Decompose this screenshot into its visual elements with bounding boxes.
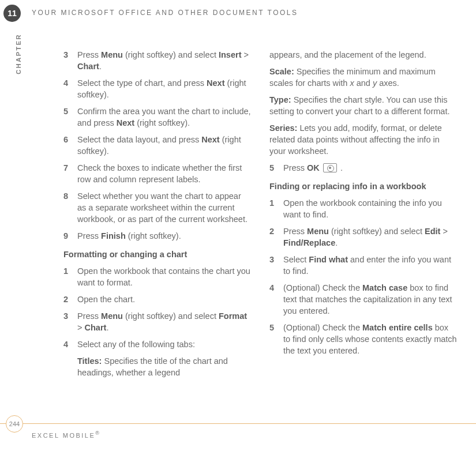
step-item: 1 Open the workbook that contains the ch… [63,265,251,288]
tab-description: Titles: Specifies the title of the chart… [77,355,251,378]
step-item: 4 (Optional) Check the Match case box to… [269,282,457,317]
step-number: 3 [63,310,77,333]
tab-description: Series: Lets you add, modify, format, or… [269,122,457,157]
step-number: 2 [63,294,77,305]
page-footer: 244 EXCEL MOBILE® [0,423,476,443]
step-text: Press Finish (right softkey). [77,230,251,242]
step-item: 3 Select Find what and enter the info yo… [269,254,457,277]
step-number: 1 [63,265,77,288]
step-text: Press OK . [283,162,457,174]
step-text: Select whether you want the chart to app… [77,190,251,225]
step-number: 3 [63,49,77,72]
step-text: Press Menu (right softkey) and select Ed… [283,226,457,249]
step-item: 9 Press Finish (right softkey). [63,230,251,242]
step-number: 6 [63,134,77,157]
step-text: Select any of the following tabs: [77,339,251,350]
step-number: 5 [269,322,283,356]
header-title: YOUR MICROSOFT OFFICE AND OTHER DOCUMENT… [32,9,298,17]
step-number: 9 [63,230,77,242]
step-item: 5 Press OK . [269,162,457,174]
ok-button-icon [323,163,337,172]
step-text: (Optional) Check the Match case box to f… [283,282,457,317]
step-text: Select Find what and enter the info you … [283,254,457,277]
step-item: 1 Open the workbook containing the info … [269,197,457,220]
step-number: 5 [269,162,283,174]
step-number: 3 [269,254,283,277]
step-item: 3 Press Menu (right softkey) and select … [63,310,251,333]
step-number: 8 [63,190,77,225]
page-header: 11 YOUR MICROSOFT OFFICE AND OTHER DOCUM… [0,5,476,22]
step-number: 2 [269,226,283,249]
step-item: 8 Select whether you want the chart to a… [63,190,251,225]
page-number-badge: 244 [6,415,23,433]
chapter-vertical-label: CHAPTER [15,33,22,74]
step-item: 4 Select any of the following tabs: [63,339,251,350]
step-text: Select the type of chart, and press Next… [77,77,251,100]
step-text: Select the data layout, and press Next (… [77,134,251,157]
step-text: Open the chart. [77,294,251,305]
step-text: (Optional) Check the Match entire cells … [283,322,457,356]
step-number: 1 [269,197,283,220]
section-heading: Finding or replacing info in a workbook [269,181,457,192]
step-number: 5 [63,106,77,129]
footer-divider [0,423,476,424]
footer-title: EXCEL MOBILE® [32,430,101,439]
step-item: 7 Check the boxes to indicate whether th… [63,162,251,185]
step-item: 5 (Optional) Check the Match entire cell… [269,322,457,356]
step-item: 2 Press Menu (right softkey) and select … [269,226,457,249]
step-text: Open the workbook that contains the char… [77,265,251,288]
step-text: Check the boxes to indicate whether the … [77,162,251,185]
step-text: Confirm the area you want the chart to i… [77,106,251,129]
step-number: 7 [63,162,77,185]
chapter-number-badge: 11 [3,5,21,22]
step-number: 4 [269,282,283,317]
step-text: Press Menu (right softkey) and select In… [77,49,251,72]
left-column: 3 Press Menu (right softkey) and select … [63,49,251,384]
tab-description-continued: appears, and the placement of the legend… [269,49,457,61]
step-text: Press Menu (right softkey) and select Fo… [77,310,251,333]
step-item: 5 Confirm the area you want the chart to… [63,106,251,129]
content-area: 3 Press Menu (right softkey) and select … [63,49,459,384]
step-number: 4 [63,339,77,350]
tab-description: Scale: Specifies the minimum and maximum… [269,66,457,89]
step-item: 6 Select the data layout, and press Next… [63,134,251,157]
step-item: 3 Press Menu (right softkey) and select … [63,49,251,72]
step-item: 4 Select the type of chart, and press Ne… [63,77,251,100]
step-item: 2 Open the chart. [63,294,251,305]
tab-description: Type: Specifies the chart style. You can… [269,94,457,117]
step-number: 4 [63,77,77,100]
section-heading: Formatting or changing a chart [63,249,251,260]
step-text: Open the workbook containing the info yo… [283,197,457,220]
right-column: appears, and the placement of the legend… [269,49,457,384]
